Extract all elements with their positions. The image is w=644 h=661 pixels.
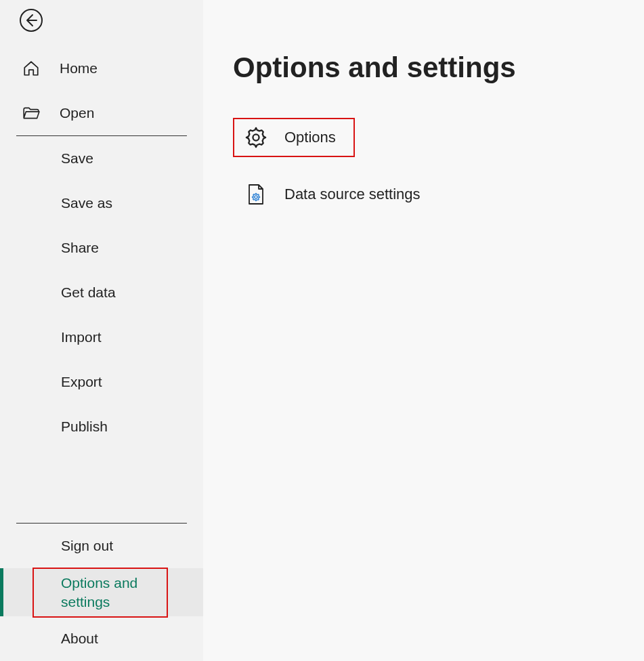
folder-open-icon	[22, 104, 41, 123]
nav-import-label: Import	[61, 329, 102, 345]
nav-sign-out[interactable]: Sign out	[0, 524, 203, 568]
svg-point-1	[253, 134, 259, 140]
nav-share[interactable]: Share	[0, 226, 203, 270]
nav-publish-label: Publish	[61, 419, 108, 435]
option-options[interactable]: Options	[233, 118, 355, 157]
nav-about-label: About	[61, 631, 98, 647]
nav-share-label: Share	[61, 240, 99, 256]
home-icon	[22, 59, 41, 78]
nav-options-settings[interactable]: Options and settings	[0, 568, 203, 616]
nav-get-data-label: Get data	[61, 284, 116, 301]
nav-options-settings-label: Options and settings	[61, 574, 149, 611]
option-data-source[interactable]: Data source settings	[233, 175, 429, 214]
nav-save-as[interactable]: Save as	[0, 181, 203, 226]
svg-point-2	[255, 196, 257, 198]
page-title: Options and settings	[233, 51, 614, 84]
back-arrow-icon	[19, 8, 43, 33]
back-button[interactable]	[19, 8, 43, 33]
option-options-label: Options	[284, 129, 336, 146]
option-data-source-label: Data source settings	[284, 186, 421, 203]
gear-icon	[244, 125, 268, 150]
nav-save-label: Save	[61, 150, 93, 167]
spacer	[0, 449, 203, 523]
nav-get-data[interactable]: Get data	[0, 270, 203, 315]
nav-export[interactable]: Export	[0, 360, 203, 404]
nav-open[interactable]: Open	[0, 91, 203, 135]
data-source-icon	[244, 182, 268, 207]
nav-open-label: Open	[60, 105, 94, 121]
nav-save[interactable]: Save	[0, 136, 203, 181]
sidebar: Home Open Save Save as Share Get data Im…	[0, 0, 203, 661]
nav-home[interactable]: Home	[0, 46, 203, 91]
nav-home-label: Home	[60, 60, 98, 77]
main-content: Options and settings Options Data source…	[203, 0, 644, 661]
nav-publish[interactable]: Publish	[0, 404, 203, 449]
nav-save-as-label: Save as	[61, 195, 112, 211]
nav-export-label: Export	[61, 374, 102, 390]
nav-import[interactable]: Import	[0, 315, 203, 360]
nav-sign-out-label: Sign out	[61, 538, 113, 554]
nav-about[interactable]: About	[0, 616, 203, 661]
